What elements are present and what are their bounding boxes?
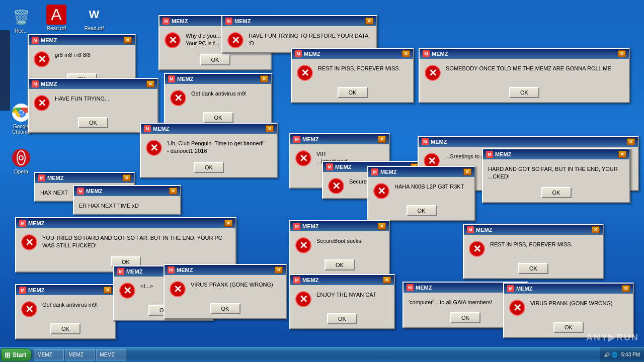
close-btn-tried[interactable]: ✕	[224, 220, 232, 227]
start-button[interactable]: ⊞ Start	[1, 348, 32, 361]
title-text-hard-right: MEMZ	[495, 151, 511, 157]
title-icon-2: M	[163, 18, 170, 25]
close-btn-3[interactable]: ✕	[365, 18, 373, 25]
close-btn-dank-top[interactable]: ✕	[260, 75, 268, 82]
content-tried: ✕ YOU TRIED SO HARD AND GOT SO FAR, BUT …	[16, 228, 235, 254]
message-hfl: HAVE FUN TRYING...	[55, 95, 152, 103]
taskbar-items: MEMZ MEMZ MEMZ	[34, 349, 600, 360]
message-virus-prank-2: VIRUS PRANK (GONE WRONG)	[530, 300, 628, 307]
close-btn-dank-low[interactable]: ✕	[104, 287, 112, 294]
buttons-n00b: OK	[368, 203, 474, 220]
ok-btn-virus-prank[interactable]: OK	[210, 303, 240, 314]
titlebar-nyan: M MEMZ ✕	[290, 275, 394, 285]
memz-dialog-dank-low: M MEMZ ✕ ✕ Get dank antivirus m9! OK	[15, 284, 116, 339]
buttons-dank-low: OK	[16, 321, 115, 338]
close-btn-somebody[interactable]: ✕	[618, 50, 626, 57]
title-icon-rip-low: M	[467, 226, 474, 233]
ok-btn-gaia-low[interactable]: OK	[450, 312, 480, 323]
error-icon-rip: ✕	[297, 65, 313, 81]
taskbar-tray: 🔊 🌐 5:43 PM	[600, 347, 644, 362]
title-icon-hard-right: M	[486, 151, 493, 158]
desktop-icon-acrobat[interactable]: A Read.rdf	[40, 3, 72, 33]
close-btn-hax-right[interactable]: ✕	[169, 188, 177, 195]
ok-btn-dank-top[interactable]: OK	[203, 112, 233, 123]
title-text-n00b: MEMZ	[380, 169, 396, 175]
buttons-virus-prank: OK	[165, 301, 286, 318]
memz-dialog-n00b: M MEMZ ✕ ✕ HAHA N00B L2P G3T R3KT OK	[367, 166, 475, 221]
titlebar-tried: M MEMZ ✕	[16, 218, 235, 228]
close-btn-vir[interactable]: ✕	[378, 136, 386, 143]
ok-btn-rip-low[interactable]: OK	[518, 263, 548, 274]
word-label: Read.rdf	[85, 26, 104, 31]
ok-btn-hard-right[interactable]: OK	[541, 187, 572, 198]
title-icon-somebody: M	[423, 50, 430, 57]
buttons-rip-low: OK	[464, 261, 603, 278]
close-btn-1[interactable]: ✕	[124, 37, 132, 44]
close-btn-hard-right[interactable]: ✕	[618, 151, 626, 158]
opera-label: Opera	[14, 169, 28, 174]
close-btn-secureboot-low[interactable]: ✕	[378, 223, 386, 230]
desktop-icon-word[interactable]: W Read.rdf	[78, 3, 110, 33]
titlebar-somebody: M MEMZ ✕	[420, 49, 629, 59]
title-icon-virus-prank-2: M	[507, 285, 514, 292]
taskbar: ⊞ Start MEMZ MEMZ MEMZ 🔊 🌐 5:43 PM	[0, 347, 644, 362]
desktop-icon-opera[interactable]: O Opera	[5, 146, 37, 176]
message-virus-prank: VIRUS PRANK (GONE WRONG)	[191, 281, 281, 289]
recycle-bin-label: Rec...	[15, 28, 28, 34]
ok-btn-rip[interactable]: OK	[338, 87, 368, 98]
error-icon-n00b: ✕	[373, 183, 389, 199]
title-text-dank-low: MEMZ	[28, 287, 44, 293]
close-btn-virus-prank-2[interactable]: ✕	[622, 285, 630, 292]
taskbar-item-1[interactable]: MEMZ	[34, 349, 64, 360]
title-text-secureboot-top: MEMZ	[335, 164, 351, 170]
taskbar-item-2[interactable]: MEMZ	[65, 349, 95, 360]
error-icon-vir: ✕	[295, 150, 311, 166]
content-hfl: ✕ HAVE FUN TRYING...	[29, 89, 157, 115]
close-btn-clubpenguin[interactable]: ✕	[266, 125, 274, 132]
title-icon-secureboot-low: M	[293, 223, 300, 230]
ok-btn-secureboot-low[interactable]: OK	[325, 259, 355, 270]
title-icon-nyan: M	[293, 277, 300, 284]
message-1: gr8 m8 i r8 8/8	[55, 51, 130, 59]
close-btn-hax-left[interactable]: ✕	[123, 174, 131, 182]
close-btn-virus-prank[interactable]: ✕	[275, 266, 283, 274]
buttons-somebody: OK	[420, 85, 629, 102]
ok-btn-nyan[interactable]: OK	[327, 313, 357, 324]
svg-point-3	[19, 111, 23, 115]
ok-btn-clubpenguin[interactable]: OK	[194, 162, 224, 173]
acrobat-icon: A	[46, 5, 66, 25]
memz-dialog-clubpenguin: M MEMZ ✕ ✕ 'Uh, Club Penguin. Time to ge…	[140, 123, 278, 178]
buttons-nyan: OK	[290, 311, 394, 328]
taskbar-time: 5:43 PM	[621, 352, 640, 357]
title-text-secureboot-low: MEMZ	[302, 223, 318, 229]
ok-btn-n00b[interactable]: OK	[407, 205, 437, 216]
ok-btn-somebody[interactable]: OK	[509, 87, 539, 98]
ok-btn-virus-prank-2[interactable]: OK	[553, 322, 584, 333]
ok-btn-2[interactable]: OK	[200, 54, 230, 65]
content-somebody: ✕ SOMEBODY ONCE TOLD ME THE MEMZ ARE GON…	[420, 59, 629, 85]
titlebar-rip-low: M MEMZ ✕	[464, 225, 603, 235]
message-rip: REST IN PISS, FOREVER MISS.	[318, 65, 408, 72]
title-text-3: MEMZ	[234, 18, 251, 24]
title-text-nyan: MEMZ	[302, 277, 318, 283]
buttons-secureboot-low: OK	[290, 257, 389, 275]
titlebar-n00b: M MEMZ ✕	[368, 167, 474, 177]
close-btn-nyan[interactable]: ✕	[383, 277, 391, 284]
ok-btn-hfl[interactable]: OK	[78, 117, 108, 128]
title-icon-idk: M	[117, 268, 124, 275]
close-btn-hfl[interactable]: ✕	[146, 80, 154, 87]
title-text-virus-prank: MEMZ	[177, 267, 193, 273]
error-icon-secureboot-low: ✕	[295, 237, 311, 253]
taskbar-item-3[interactable]: MEMZ	[96, 349, 126, 360]
close-btn-rip[interactable]: ✕	[402, 50, 410, 57]
titlebar-gaia: M MEMZ ✕	[419, 137, 638, 147]
title-text-gaia: MEMZ	[431, 139, 447, 145]
error-icon-secureboot-top: ✕	[328, 178, 344, 194]
content-secureboot-low: ✕ SecureBoot sucks.	[290, 231, 389, 257]
close-btn-n00b[interactable]: ✕	[463, 168, 471, 175]
close-btn-gaia[interactable]: ✕	[627, 138, 635, 145]
message-secureboot-low: SecureBoot sucks.	[316, 237, 384, 245]
close-btn-rip-low[interactable]: ✕	[592, 226, 600, 233]
titlebar-dank-top: M MEMZ ✕	[165, 74, 271, 84]
ok-btn-dank-low[interactable]: OK	[50, 323, 80, 334]
